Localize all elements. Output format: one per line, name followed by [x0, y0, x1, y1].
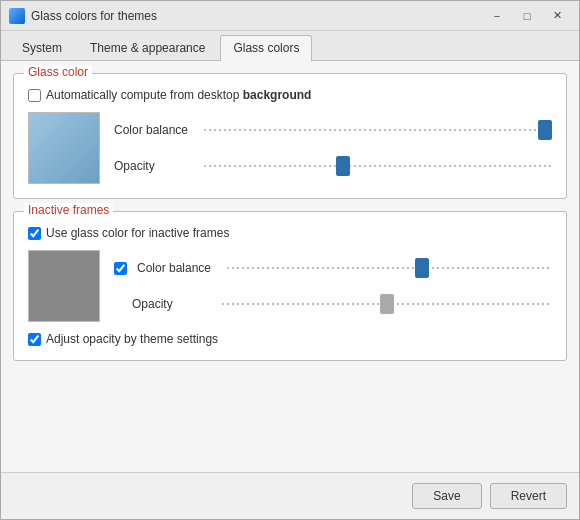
glass-color-section-title: Glass color	[24, 65, 92, 79]
revert-button[interactable]: Revert	[490, 483, 567, 509]
window-title: Glass colors for themes	[31, 9, 157, 23]
tab-system[interactable]: System	[9, 35, 75, 60]
inactive-frames-section: Inactive frames Use glass color for inac…	[13, 211, 567, 361]
color-balance-slider[interactable]	[204, 127, 552, 133]
tab-bar: System Theme & appearance Glass colors	[1, 31, 579, 61]
titlebar-controls: − □ ✕	[483, 6, 571, 26]
opacity-track	[204, 165, 552, 167]
opacity-row: Opacity	[114, 159, 552, 173]
color-balance-label: Color balance	[114, 123, 194, 137]
inactive-color-balance-thumb[interactable]	[415, 258, 429, 278]
auto-compute-checkbox[interactable]	[28, 89, 41, 102]
close-button[interactable]: ✕	[543, 6, 571, 26]
adjust-opacity-label: Adjust opacity by theme settings	[46, 332, 218, 346]
inactive-color-controls: Color balance Opacity	[28, 250, 552, 322]
inactive-opacity-label: Opacity	[132, 297, 212, 311]
opacity-slider[interactable]	[204, 163, 552, 169]
use-glass-checkbox[interactable]	[28, 227, 41, 240]
main-window: Glass colors for themes − □ ✕ System The…	[0, 0, 580, 520]
auto-compute-label: Automatically compute from desktop backg…	[46, 88, 311, 102]
use-glass-label: Use glass color for inactive frames	[46, 226, 229, 240]
opacity-label: Opacity	[114, 159, 194, 173]
inactive-color-balance-track	[227, 267, 552, 269]
inactive-frames-title: Inactive frames	[24, 203, 113, 217]
inactive-color-balance-row: Color balance	[114, 261, 552, 275]
main-content: Glass color Automatically compute from d…	[1, 61, 579, 472]
inactive-color-preview	[28, 250, 100, 322]
opacity-thumb[interactable]	[336, 156, 350, 176]
inactive-sliders: Color balance Opacity	[114, 250, 552, 322]
inactive-opacity-track	[222, 303, 552, 305]
color-balance-track	[204, 129, 552, 131]
color-balance-thumb[interactable]	[538, 120, 552, 140]
inactive-color-balance-slider[interactable]	[227, 265, 552, 271]
use-glass-row: Use glass color for inactive frames	[28, 226, 552, 240]
glass-color-controls: Color balance Opacity	[28, 112, 552, 184]
tab-glass[interactable]: Glass colors	[220, 35, 312, 61]
glass-color-preview	[28, 112, 100, 184]
save-button[interactable]: Save	[412, 483, 481, 509]
titlebar-left: Glass colors for themes	[9, 8, 157, 24]
app-icon	[9, 8, 25, 24]
adjust-opacity-checkbox[interactable]	[28, 333, 41, 346]
minimize-button[interactable]: −	[483, 6, 511, 26]
glass-sliders: Color balance Opacity	[114, 112, 552, 184]
inactive-color-balance-label: Color balance	[137, 261, 217, 275]
inactive-opacity-row: Opacity	[114, 297, 552, 311]
auto-compute-row: Automatically compute from desktop backg…	[28, 88, 552, 102]
maximize-button[interactable]: □	[513, 6, 541, 26]
inactive-color-balance-checkbox[interactable]	[114, 262, 127, 275]
footer: Save Revert	[1, 472, 579, 519]
glass-color-section: Glass color Automatically compute from d…	[13, 73, 567, 199]
inactive-opacity-thumb[interactable]	[380, 294, 394, 314]
inactive-opacity-slider[interactable]	[222, 301, 552, 307]
titlebar: Glass colors for themes − □ ✕	[1, 1, 579, 31]
color-balance-row: Color balance	[114, 123, 552, 137]
tab-theme[interactable]: Theme & appearance	[77, 35, 218, 60]
adjust-opacity-row: Adjust opacity by theme settings	[28, 332, 552, 346]
